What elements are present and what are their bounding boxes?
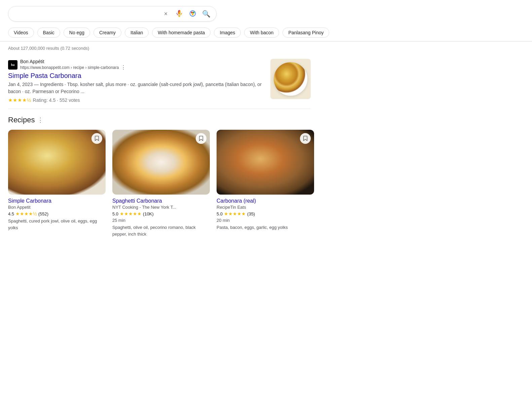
- clear-button[interactable]: ×: [161, 9, 170, 18]
- rating-label: Rating: 4.5 · 552 votes: [33, 97, 80, 103]
- close-icon: ×: [164, 10, 168, 17]
- search-box: carbonara recipe ×: [8, 6, 217, 22]
- bookmark-button-1[interactable]: [91, 133, 102, 144]
- stars-display: ★★★★½: [8, 97, 32, 103]
- filter-chip-images[interactable]: Images: [214, 28, 241, 38]
- recipe-name-1[interactable]: Simple Carbonara: [8, 198, 106, 204]
- recipe-food-image-3: [217, 130, 314, 195]
- recipe-time-2: 25 min: [112, 218, 210, 223]
- site-name: Bon Appétit: [20, 59, 126, 64]
- result-left: ba Bon Appétit https://www.bonappetit.co…: [8, 59, 265, 103]
- mic-icon: [176, 10, 183, 18]
- recipe-rating-2: 5.0: [112, 211, 118, 216]
- pasta-plate-image: [274, 62, 307, 96]
- recipes-header: Recipes ⋮: [8, 116, 524, 124]
- favicon: ba: [8, 60, 17, 70]
- recipes-title: Recipes: [8, 116, 35, 124]
- search-input[interactable]: carbonara recipe: [14, 11, 158, 17]
- site-info: ba Bon Appétit https://www.bonappetit.co…: [8, 59, 265, 71]
- lens-icon: [189, 10, 196, 18]
- recipe-card-3: Carbonara (real) RecipeTin Eats 5.0 ★★★★…: [217, 130, 314, 237]
- results-count: About 127,000,000 results (0.72 seconds): [8, 46, 89, 51]
- recipes-menu-icon[interactable]: ⋮: [37, 116, 43, 124]
- recipe-card-1: Simple Carbonara Bon Appetit 4.5 ★★★★½ (…: [8, 130, 106, 237]
- recipe-name-3[interactable]: Carbonara (real): [217, 198, 314, 204]
- recipe-reviews-3: (35): [247, 211, 255, 216]
- site-url: https://www.bonappetit.com › recipe › si…: [20, 65, 119, 70]
- recipe-ingredients-2: Spaghetti, olive oil, pecorino romano, b…: [112, 224, 210, 237]
- filter-chip-panlasang-pinoy[interactable]: Panlasang Pinoy: [282, 28, 329, 38]
- top-result: ba Bon Appétit https://www.bonappetit.co…: [8, 53, 311, 109]
- recipe-stars-3: ★★★★★: [224, 211, 246, 216]
- filter-bar: VideosBasicNo eggCreamyItalianWith homem…: [0, 26, 532, 41]
- svg-point-1: [191, 11, 193, 13]
- recipe-stars-row-1: 4.5 ★★★★½ (552): [8, 211, 106, 216]
- recipe-cards: Simple Carbonara Bon Appetit 4.5 ★★★★½ (…: [8, 130, 524, 237]
- stars-row: ★★★★½ Rating: 4.5 · 552 votes: [8, 97, 265, 103]
- filter-chip-basic[interactable]: Basic: [37, 28, 60, 38]
- filter-chip-creamy[interactable]: Creamy: [93, 28, 121, 38]
- recipe-rating-3: 5.0: [217, 211, 223, 216]
- recipe-ingredients-1: Spaghetti, cured pork jowl, olive oil, e…: [8, 218, 106, 231]
- recipe-stars-1: ★★★★½: [15, 211, 37, 216]
- result-title[interactable]: Simple Pasta Carbonara: [8, 72, 265, 80]
- recipe-name-2[interactable]: Spaghetti Carbonara: [112, 198, 210, 204]
- favicon-text: ba: [11, 63, 15, 67]
- result-title-text: Simple Pasta Carbonara: [8, 72, 81, 79]
- site-url-row: https://www.bonappetit.com › recipe › si…: [20, 64, 126, 71]
- more-options-icon[interactable]: ⋮: [121, 64, 126, 71]
- recipe-card-2: Spaghetti Carbonara NYT Cooking - The Ne…: [112, 130, 210, 237]
- recipe-reviews-1: (552): [38, 211, 48, 216]
- main-content: ba Bon Appétit https://www.bonappetit.co…: [0, 53, 532, 237]
- search-icon: 🔍: [202, 10, 211, 18]
- svg-point-3: [192, 13, 194, 15]
- filter-chip-no-egg[interactable]: No egg: [64, 28, 90, 38]
- bookmark-button-2[interactable]: [196, 133, 206, 144]
- recipe-food-image-1: [8, 130, 106, 195]
- recipe-stars-row-2: 5.0 ★★★★★ (10K): [112, 211, 210, 216]
- recipe-image-2[interactable]: [112, 130, 210, 195]
- filter-chip-with-homemade-pasta[interactable]: With homemade pasta: [152, 28, 211, 38]
- recipe-stars-row-3: 5.0 ★★★★★ (35): [217, 211, 314, 216]
- recipe-ingredients-3: Pasta, bacon, eggs, garlic, egg yolks: [217, 224, 314, 231]
- recipe-image-1[interactable]: [8, 130, 106, 195]
- top-bar: carbonara recipe ×: [0, 0, 532, 26]
- result-thumbnail[interactable]: [270, 59, 311, 99]
- bookmark-button-3[interactable]: [300, 133, 311, 144]
- recipe-time-3: 20 min: [217, 218, 314, 223]
- svg-point-2: [193, 11, 195, 13]
- mic-button[interactable]: [175, 9, 184, 18]
- search-submit-button[interactable]: 🔍: [201, 9, 211, 18]
- recipe-reviews-2: (10K): [143, 211, 154, 216]
- recipe-source-2: NYT Cooking - The New York T...: [112, 205, 210, 210]
- filter-chip-italian[interactable]: Italian: [125, 28, 149, 38]
- search-icons: ×: [161, 9, 211, 18]
- site-details: Bon Appétit https://www.bonappetit.com ›…: [20, 59, 126, 71]
- recipe-source-3: RecipeTin Eats: [217, 205, 314, 210]
- recipe-food-image-2: [112, 130, 210, 195]
- recipes-section: Recipes ⋮ Simple Carbonara Bon Appetit 4…: [8, 109, 524, 237]
- lens-button[interactable]: [188, 9, 197, 18]
- filter-chip-with-bacon[interactable]: With bacon: [244, 28, 279, 38]
- recipe-rating-1: 4.5: [8, 211, 14, 216]
- result-snippet: Jan 4, 2023 — Ingredients · Tbsp. kosher…: [8, 81, 265, 95]
- filter-chip-videos[interactable]: Videos: [8, 28, 34, 38]
- results-info: About 127,000,000 results (0.72 seconds): [0, 42, 532, 53]
- recipe-source-1: Bon Appetit: [8, 205, 106, 210]
- recipe-image-3[interactable]: [217, 130, 314, 195]
- recipe-stars-2: ★★★★★: [120, 211, 142, 216]
